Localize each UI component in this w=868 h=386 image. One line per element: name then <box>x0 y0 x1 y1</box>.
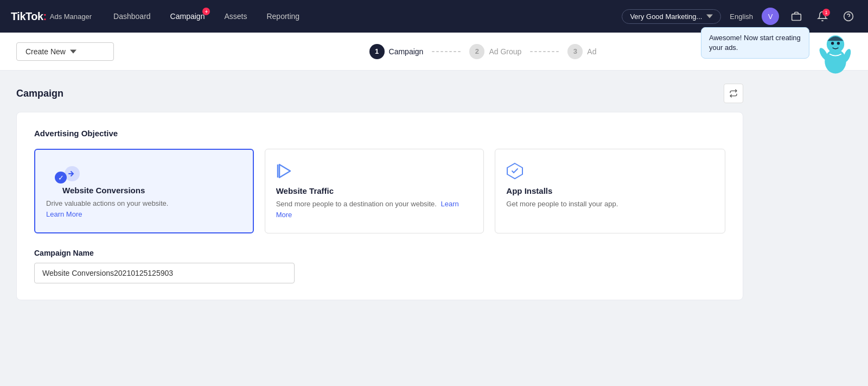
campaign-name-input[interactable] <box>34 263 295 283</box>
briefcase-icon[interactable] <box>788 8 805 25</box>
ads-manager-label: Ads Manager <box>50 12 92 21</box>
chevron-down-icon <box>706 13 713 20</box>
nav-reporting[interactable]: Reporting <box>266 10 299 23</box>
step-1-label: Campaign <box>389 47 424 56</box>
nav-right: Very Good Marketing... English V 1 <box>622 8 857 25</box>
logo-area: TikTok: Ads Manager <box>11 10 92 23</box>
dropdown-arrow-icon <box>70 48 76 55</box>
svg-rect-0 <box>792 14 801 21</box>
step-3-circle: 3 <box>567 44 583 59</box>
notification-badge: 1 <box>822 9 830 16</box>
nav-campaign[interactable]: Campaign + <box>170 10 205 23</box>
objective-title-traffic: Website Traffic <box>276 186 473 195</box>
step-2-circle: 2 <box>469 44 484 59</box>
tiktok-logo: TikTok: <box>11 10 47 23</box>
tooltip-mascot: Awesome! Now start creating your ads. <box>701 27 857 76</box>
mascot-figure <box>814 27 857 76</box>
step-campaign: 1 Campaign <box>369 44 424 59</box>
objective-website-traffic[interactable]: Website Traffic Send more people to a de… <box>265 149 484 233</box>
objective-desc-traffic: Send more people to a destination on you… <box>276 199 473 220</box>
section-header: Campaign <box>16 84 743 103</box>
account-selector[interactable]: Very Good Marketing... <box>622 9 721 24</box>
campaign-name-section: Campaign Name <box>34 249 725 283</box>
campaign-name-label: Campaign Name <box>34 249 725 257</box>
learn-more-conversions[interactable]: Learn More <box>46 210 82 218</box>
nav-assets[interactable]: Assets <box>224 10 247 23</box>
objective-desc-conversions: Drive valuable actions on your website. … <box>46 198 242 219</box>
step-divider-2 <box>530 51 559 52</box>
language-selector[interactable]: English <box>730 12 753 21</box>
logo-dot: : <box>43 10 47 22</box>
app-icon <box>506 162 524 180</box>
create-new-button[interactable]: Create New <box>16 42 114 61</box>
main-content: Campaign Advertising Objective ✓ <box>0 71 760 313</box>
transfer-icon <box>729 89 738 98</box>
objective-title-conversions: Website Conversions <box>62 186 242 195</box>
traffic-icon <box>276 162 293 180</box>
tooltip-bubble: Awesome! Now start creating your ads. <box>701 27 809 59</box>
svg-point-6 <box>837 42 840 45</box>
steps-bar: Create New 1 Campaign 2 Ad Group <box>0 33 868 71</box>
step-2-label: Ad Group <box>489 47 521 56</box>
objective-app-installs[interactable]: App Installs Get more people to install … <box>495 149 725 233</box>
nav-dashboard[interactable]: Dashboard <box>113 10 151 23</box>
objective-title-app-installs: App Installs <box>506 186 714 195</box>
avatar[interactable]: V <box>762 8 779 25</box>
step-divider-1 <box>432 51 461 52</box>
objectives-grid: ✓ Website Conversions Drive valuable act… <box>34 149 725 233</box>
selected-checkmark: ✓ <box>55 172 67 183</box>
transfer-button[interactable] <box>724 84 743 103</box>
section-title: Campaign <box>16 88 63 99</box>
step-adgroup: 2 Ad Group <box>469 44 521 59</box>
campaign-card: Advertising Objective ✓ Website Conversi… <box>16 112 743 300</box>
advertising-objective-title: Advertising Objective <box>34 129 725 138</box>
step-ad: 3 Ad <box>567 44 596 59</box>
objective-website-conversions[interactable]: ✓ Website Conversions Drive valuable act… <box>34 149 254 233</box>
help-icon[interactable] <box>840 8 857 25</box>
step-1-circle: 1 <box>369 44 385 59</box>
campaign-badge: + <box>202 8 210 15</box>
svg-point-5 <box>831 42 834 45</box>
step-3-label: Ad <box>587 47 596 56</box>
objective-desc-app-installs: Get more people to install your app. <box>506 199 714 210</box>
svg-marker-10 <box>279 164 290 178</box>
notification-icon[interactable]: 1 <box>814 8 831 25</box>
nav-links: Dashboard Campaign + Assets Reporting <box>113 10 622 23</box>
